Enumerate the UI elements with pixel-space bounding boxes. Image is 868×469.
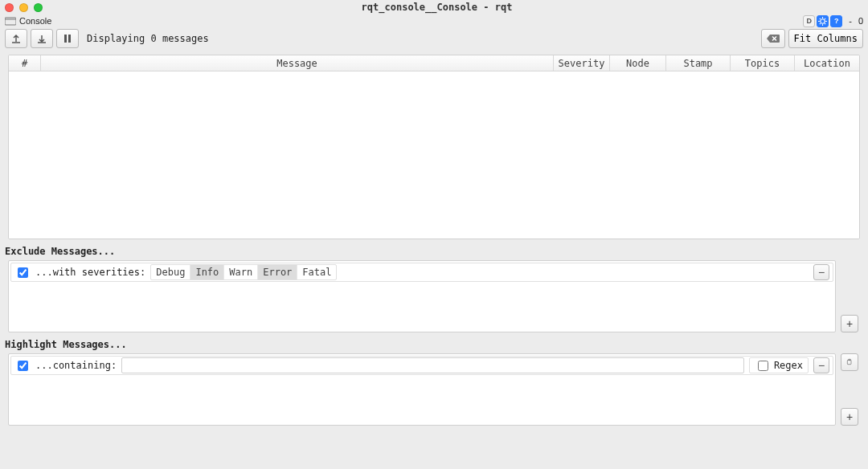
exclude-section-label: Exclude Messages... [0,239,868,260]
close-window-button[interactable] [5,3,14,12]
severity-chip-error[interactable]: Error [258,265,297,279]
dock-header: Console D ? - 0 [0,14,868,27]
titlebar: rqt_console__Console - rqt [0,0,868,14]
window-controls [5,3,43,12]
pause-button[interactable] [56,29,79,48]
dock-help-button[interactable]: ? [830,15,842,27]
svg-rect-12 [64,35,67,43]
fit-columns-button[interactable]: Fit Columns [788,29,863,48]
exclude-add-button[interactable]: + [841,315,858,332]
zoom-window-button[interactable] [34,3,43,12]
table-body[interactable] [9,71,859,239]
upload-icon [10,33,22,44]
dock-settings-button[interactable] [817,15,829,27]
toolbar: Displaying 0 messages Fit Columns [0,27,868,50]
dock-minimize-label: - [849,16,852,26]
pause-icon [63,34,72,43]
table-header: # Message Severity Node Stamp Topics Loc… [9,55,859,71]
copy-icon [846,357,853,367]
col-number[interactable]: # [9,55,41,71]
highlight-remove-button[interactable]: − [813,357,829,373]
exclude-severity-remove-button[interactable]: − [813,264,829,280]
svg-line-9 [825,18,825,18]
message-table: # Message Severity Node Stamp Topics Loc… [8,55,860,239]
exclude-severity-row: ...with severities: Debug Info Warn Erro… [10,263,833,282]
highlight-enable-checkbox[interactable] [18,361,28,371]
highlight-side-buttons: + [839,353,860,426]
highlight-containing-label: ...containing: [35,360,117,371]
col-location[interactable]: Location [795,55,859,71]
svg-rect-0 [5,18,16,25]
svg-line-7 [825,23,825,24]
clear-icon [767,34,780,43]
col-node[interactable]: Node [610,55,666,71]
svg-rect-13 [68,35,71,43]
severity-chip-warn[interactable]: Warn [224,265,258,279]
exclude-filter-list: ...with severities: Debug Info Warn Erro… [8,260,836,332]
svg-line-8 [820,23,821,24]
save-button[interactable] [31,29,53,48]
load-button[interactable] [5,29,27,48]
window-title: rqt_console__Console - rqt [43,2,831,13]
highlight-text-input[interactable] [121,357,744,373]
svg-rect-14 [847,360,851,364]
highlight-containing-row: ...containing: Regex − [10,356,833,375]
highlight-copy-button[interactable] [841,353,858,371]
col-topics[interactable]: Topics [731,55,795,71]
highlight-filter-list: ...containing: Regex − [8,353,836,426]
svg-point-1 [821,18,825,23]
col-message[interactable]: Message [41,55,554,71]
status-text: Displaying 0 messages [87,33,209,44]
dock-title: Console [19,16,51,26]
console-icon [5,15,16,27]
severity-chip-fatal[interactable]: Fatal [297,265,336,279]
highlight-panel: ...containing: Regex − + [8,353,860,426]
exclude-severity-label: ...with severities: [35,267,145,278]
dock-count: 0 [858,16,863,26]
exclude-severity-enable-checkbox[interactable] [18,267,28,278]
clear-button[interactable] [761,29,785,48]
download-icon [36,33,47,44]
svg-line-6 [820,18,821,18]
exclude-panel: ...with severities: Debug Info Warn Erro… [8,260,860,332]
severity-chip-info[interactable]: Info [190,265,224,279]
dock-d-button[interactable]: D [803,15,815,27]
highlight-regex-label: Regex [774,360,803,371]
severity-chip-debug[interactable]: Debug [151,265,190,279]
highlight-section-label: Highlight Messages... [0,332,868,353]
highlight-regex-checkbox[interactable] [758,361,768,371]
exclude-side-buttons: + [839,260,860,332]
col-stamp[interactable]: Stamp [666,55,731,71]
severity-chip-group: Debug Info Warn Error Fatal [150,264,337,280]
minimize-window-button[interactable] [19,3,28,12]
highlight-regex-wrap[interactable]: Regex [749,357,809,373]
gear-icon [818,17,827,26]
col-severity[interactable]: Severity [554,55,610,71]
highlight-add-button[interactable]: + [841,408,858,426]
